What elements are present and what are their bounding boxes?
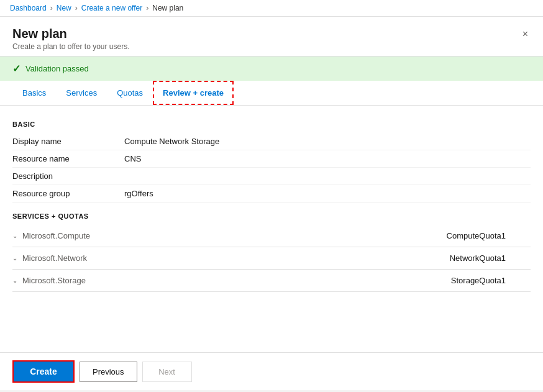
- previous-button[interactable]: Previous: [80, 362, 137, 382]
- field-description: Description: [12, 168, 531, 185]
- next-button: Next: [142, 362, 192, 382]
- service-row-storage: ⌄ Microsoft.Storage StorageQuota1: [12, 270, 531, 292]
- chevron-down-icon-network[interactable]: ⌄: [12, 255, 17, 262]
- services-heading: SERVICES + QUOTAS: [12, 212, 531, 220]
- basic-heading: BASIC: [12, 121, 531, 128]
- field-resource-name: Resource name CNS: [12, 150, 531, 168]
- tab-quotas[interactable]: Quotas: [107, 81, 153, 105]
- breadcrumb-sep1: ›: [50, 4, 53, 12]
- services-quotas-section: SERVICES + QUOTAS ⌄ Microsoft.Compute Co…: [12, 212, 531, 292]
- field-value-display-name: Compute Network Storage: [124, 137, 219, 146]
- panel-header: New plan Create a plan to offer to your …: [0, 17, 543, 57]
- field-label-description: Description: [12, 171, 124, 181]
- content-area: BASIC Display name Compute Network Stora…: [0, 106, 543, 352]
- service-name-compute: Microsoft.Compute: [22, 231, 447, 240]
- service-quota-storage: StorageQuota1: [451, 276, 506, 285]
- tab-review-create[interactable]: Review + create: [153, 81, 234, 105]
- field-value-resource-name: CNS: [124, 154, 141, 163]
- check-icon: ✓: [12, 63, 21, 75]
- field-display-name: Display name Compute Network Storage: [12, 133, 531, 150]
- field-label-display-name: Display name: [12, 137, 124, 146]
- panel-title: New plan: [12, 27, 130, 41]
- breadcrumb: Dashboard › New › Create a new offer › N…: [0, 0, 543, 17]
- validation-banner: ✓ Validation passed: [0, 57, 543, 81]
- field-label-resource-name: Resource name: [12, 154, 124, 163]
- service-name-network: Microsoft.Network: [22, 253, 450, 263]
- field-label-resource-group: Resource group: [12, 189, 124, 198]
- tab-basics[interactable]: Basics: [12, 81, 56, 105]
- service-quota-network: NetworkQuota1: [450, 253, 506, 263]
- tabs-bar: Basics Services Quotas Review + create: [0, 81, 543, 106]
- breadcrumb-dashboard[interactable]: Dashboard: [10, 4, 47, 12]
- close-button[interactable]: ×: [520, 27, 531, 42]
- tab-services[interactable]: Services: [56, 81, 107, 105]
- breadcrumb-sep2: ›: [75, 4, 78, 12]
- footer: Create Previous Next: [0, 352, 543, 390]
- breadcrumb-create-offer[interactable]: Create a new offer: [81, 4, 143, 12]
- field-value-resource-group: rgOffers: [124, 189, 153, 198]
- field-resource-group: Resource group rgOffers: [12, 185, 531, 203]
- service-quota-compute: ComputeQuota1: [447, 231, 506, 240]
- service-row-network: ⌄ Microsoft.Network NetworkQuota1: [12, 247, 531, 270]
- validation-message: Validation passed: [25, 64, 89, 73]
- basic-section: BASIC Display name Compute Network Stora…: [12, 121, 531, 203]
- breadcrumb-sep3: ›: [146, 4, 148, 12]
- service-row-compute: ⌄ Microsoft.Compute ComputeQuota1: [12, 225, 531, 247]
- chevron-down-icon-compute[interactable]: ⌄: [12, 232, 17, 239]
- service-name-storage: Microsoft.Storage: [22, 276, 451, 285]
- breadcrumb-new[interactable]: New: [57, 4, 71, 12]
- breadcrumb-current: New plan: [152, 4, 183, 12]
- panel-subtitle: Create a plan to offer to your users.: [12, 42, 130, 51]
- chevron-down-icon-storage[interactable]: ⌄: [12, 277, 17, 284]
- create-button[interactable]: Create: [12, 360, 75, 383]
